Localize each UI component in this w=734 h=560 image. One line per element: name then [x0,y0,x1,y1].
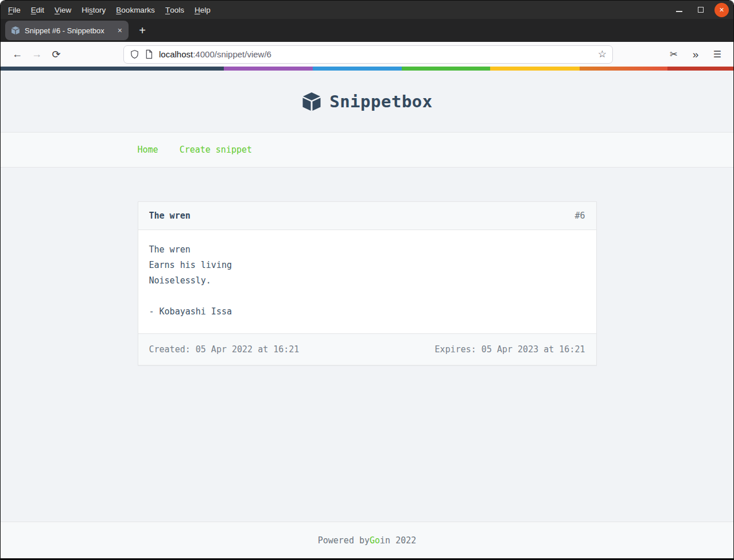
site-footer: Powered by Go in 2022 [1,522,733,558]
shield-icon[interactable] [130,49,139,59]
toolbar-right-icons: ✂ » ☰ [665,45,727,64]
snippet-card-header: The wren #6 [138,202,596,230]
logo-cube-icon [301,91,322,112]
close-icon: × [719,6,724,14]
snippet-id: #6 [574,211,585,221]
hamburger-menu-icon[interactable]: ☰ [708,45,727,64]
nav-link-create-snippet[interactable]: Create snippet [180,145,252,155]
navigation-toolbar: ← → ⟳ localhost:4000/snippet/view/6 ☆ ✂ … [1,42,733,67]
minimize-icon [676,11,682,12]
tab-snippetbox[interactable]: Snippet #6 - Snippetbox × [5,21,129,40]
site-nav: Home Create snippet [1,132,733,168]
tab-close-icon[interactable]: × [116,26,124,35]
main-content: The wren #6 The wren Earns his living No… [1,168,733,522]
snippet-expires: Expires: 05 Apr 2023 at 16:21 [435,344,585,355]
menu-help[interactable]: Help [189,1,216,19]
bookmark-star-icon[interactable]: ☆ [598,48,607,60]
footer-go-link[interactable]: Go [370,535,380,546]
close-button[interactable]: × [714,3,729,17]
snippet-created: Created: 05 Apr 2022 at 16:21 [149,344,300,355]
brand[interactable]: Snippetbox [301,91,433,112]
snippet-card: The wren #6 The wren Earns his living No… [138,201,597,365]
maximize-button[interactable] [693,2,709,18]
rainbow-stripe [1,67,733,71]
site-header: Snippetbox [1,71,733,132]
menu-tools[interactable]: Tools [160,1,189,19]
footer-text-prefix: Powered by [318,535,370,546]
menu-history[interactable]: History [76,1,111,19]
menubar: File Edit View History Bookmarks Tools H… [1,1,216,19]
titlebar: File Edit View History Bookmarks Tools H… [1,1,733,19]
forward-button[interactable]: → [27,45,46,64]
site-title[interactable]: Snippetbox [329,92,433,111]
tab-bar: Snippet #6 - Snippetbox × + [1,19,733,42]
snippet-content: The wren Earns his living Noiselessly. -… [138,230,596,333]
screenshot-icon[interactable]: ✂ [665,45,683,64]
footer-text-suffix: in 2022 [380,535,416,546]
page-info-icon[interactable] [145,49,153,59]
menu-view[interactable]: View [49,1,76,19]
back-button[interactable]: ← [7,45,27,64]
url-bar[interactable]: localhost:4000/snippet/view/6 ☆ [123,45,613,64]
menu-bookmarks[interactable]: Bookmarks [111,1,160,19]
minimize-button[interactable] [671,2,687,18]
favicon-cube-icon [11,26,20,35]
snippet-metadata: Created: 05 Apr 2022 at 16:21 Expires: 0… [138,333,596,365]
reload-button[interactable]: ⟳ [46,45,66,64]
nav-link-home[interactable]: Home [138,145,158,155]
menu-edit[interactable]: Edit [26,1,49,19]
browser-window: File Edit View History Bookmarks Tools H… [0,0,734,560]
window-controls: × [671,2,733,18]
menu-file[interactable]: File [3,1,26,19]
overflow-chevron-icon[interactable]: » [686,45,705,64]
new-tab-button[interactable]: + [133,21,152,40]
url-path: :4000/snippet/view/6 [193,49,271,59]
url-text[interactable]: localhost:4000/snippet/view/6 [159,49,593,59]
tab-title: Snippet #6 - Snippetbox [25,26,111,35]
snippet-title: The wren [149,211,191,221]
url-host: localhost [159,49,193,59]
page-content: Snippetbox Home Create snippet The wren … [1,71,733,558]
maximize-icon [698,7,704,13]
